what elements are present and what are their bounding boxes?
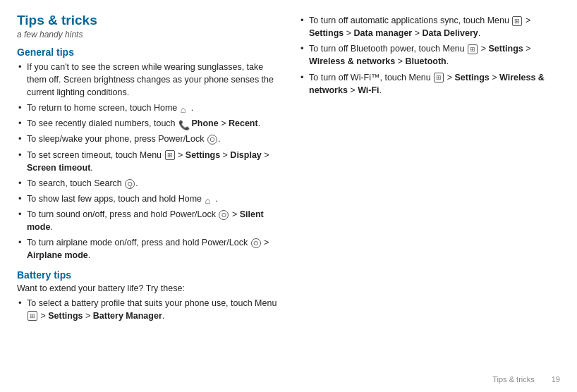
section-title-general: General tips bbox=[17, 47, 278, 58]
home-icon: ⌂ bbox=[181, 104, 190, 114]
list-item: To set screen timeout, touch Menu ⊞ > Se… bbox=[17, 149, 278, 174]
list-item: To turn off Wi-Fi™, touch Menu ⊞ > Setti… bbox=[299, 71, 560, 97]
list-item: To turn off automatic applications sync,… bbox=[299, 14, 560, 39]
page-subtitle: a few handy hints bbox=[17, 30, 278, 39]
menu-icon-r1: ⊞ bbox=[512, 16, 522, 26]
list-item: If you can't to see the screen while wea… bbox=[17, 61, 278, 99]
general-tips-list: If you can't to see the screen while wea… bbox=[17, 61, 278, 262]
list-item: To turn sound on/off, press and hold Pow… bbox=[17, 208, 278, 233]
list-item: To turn airplane mode on/off, press and … bbox=[17, 236, 278, 262]
list-item: To return to home screen, touch Home ⌂. bbox=[17, 102, 278, 114]
left-column: Tips & tricks a few handy hints General … bbox=[17, 13, 278, 379]
list-item: To show last few apps, touch and hold Ho… bbox=[17, 192, 278, 205]
page-title: Tips & tricks bbox=[17, 13, 278, 29]
list-item: To turn off Bluetooth power, touch Menu … bbox=[299, 42, 560, 68]
list-item: To see recently dialed numbers, touch 📞 … bbox=[17, 117, 278, 130]
section-title-battery: Battery tips bbox=[17, 269, 278, 281]
list-item: To select a battery profile that suits y… bbox=[17, 297, 278, 322]
list-item: To search, touch Search Q. bbox=[17, 177, 278, 190]
page-wrapper: Tips & tricks a few handy hints General … bbox=[0, 0, 577, 392]
right-column: To turn off automatic applications sync,… bbox=[299, 13, 560, 379]
right-tips-list: To turn off automatic applications sync,… bbox=[299, 14, 560, 97]
power-lock-icon-3: O bbox=[251, 238, 261, 248]
search-icon: Q bbox=[125, 179, 135, 189]
power-lock-icon: O bbox=[207, 135, 217, 145]
page-content: Tips & tricks a few handy hints General … bbox=[0, 0, 577, 392]
menu-icon: ⊞ bbox=[165, 150, 175, 160]
page-number: 19 bbox=[552, 375, 560, 384]
battery-intro: Want to extend your battery life? Try th… bbox=[17, 283, 278, 293]
footer-label: Tips & tricks bbox=[492, 375, 535, 384]
footer: Tips & tricks 19 bbox=[492, 375, 560, 384]
menu-icon-r2: ⊞ bbox=[468, 44, 478, 54]
menu-icon-r3: ⊞ bbox=[434, 73, 444, 82]
battery-tips-list: To select a battery profile that suits y… bbox=[17, 297, 278, 322]
list-item: To sleep/wake your phone, press Power/Lo… bbox=[17, 133, 278, 145]
menu-icon-battery: ⊞ bbox=[28, 311, 37, 321]
phone-icon: 📞 bbox=[178, 119, 188, 129]
power-lock-icon-2: O bbox=[219, 210, 229, 220]
home-icon-2: ⌂ bbox=[205, 195, 215, 204]
